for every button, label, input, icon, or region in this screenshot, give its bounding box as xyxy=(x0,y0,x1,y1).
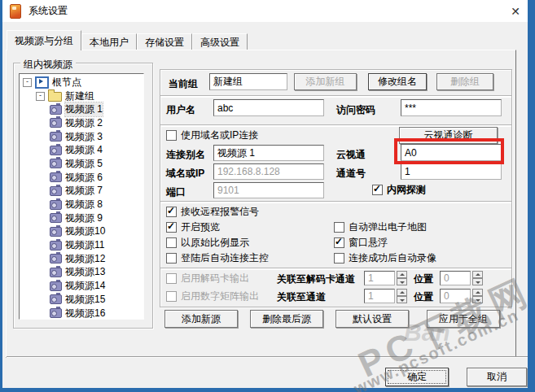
tree-item-label[interactable]: 视频源 7 xyxy=(65,184,103,198)
username-input[interactable]: abc xyxy=(213,99,324,116)
tree-item-label[interactable]: 视频源 8 xyxy=(65,198,103,211)
tree-item-label[interactable]: 视频源10 xyxy=(65,224,105,238)
decoder-position-spinner[interactable]: 0 xyxy=(440,271,483,285)
tree-row-source[interactable]: 视频源12 xyxy=(20,252,143,266)
app-icon xyxy=(10,4,21,19)
port-input[interactable]: 9101 xyxy=(213,182,324,198)
checkbox-label: 启用解码卡输出 xyxy=(181,272,249,285)
tree-row-source[interactable]: 视频源13 xyxy=(20,266,143,280)
camera-icon xyxy=(50,118,62,128)
tab-video-sources[interactable]: 视频源与分组 xyxy=(7,30,81,50)
default-settings-button[interactable]: 默认设置 xyxy=(335,310,409,328)
spinner-down-icon[interactable] xyxy=(397,278,407,285)
spinner-value[interactable]: 0 xyxy=(440,271,471,285)
tree-row-source[interactable]: 视频源10 xyxy=(20,225,143,239)
tree-group-label[interactable]: 新建组 xyxy=(65,89,94,103)
tree-row-source[interactable]: 视频源11 xyxy=(20,238,143,252)
tree-row-source[interactable]: 视频源 8 xyxy=(20,198,143,211)
rename-group-button[interactable]: 修改组名 xyxy=(368,73,427,90)
intranet-detect-checkbox[interactable]: 内网探测 xyxy=(372,183,426,197)
tree-item-label[interactable]: 视频源 5 xyxy=(65,157,103,171)
tree-row-source[interactable]: 视频源 5 xyxy=(20,157,143,171)
spinner-down-icon[interactable] xyxy=(472,296,483,303)
tab-local-users[interactable]: 本地用户 xyxy=(81,33,137,50)
spinner-up-icon[interactable] xyxy=(472,289,483,296)
auto-popup-emap-checkbox[interactable]: 自动弹出电子地图 xyxy=(334,220,427,234)
tree-item-label[interactable]: 视频源14 xyxy=(65,279,105,293)
close-icon[interactable]: ✕ xyxy=(503,0,528,22)
matrix-assoc-label: 关联至通道 xyxy=(277,290,326,304)
original-ratio-checkbox[interactable]: 以原始比例显示 xyxy=(166,236,249,250)
tree-item-label[interactable]: 视频源13 xyxy=(65,265,105,279)
camera-icon xyxy=(50,254,62,264)
tree-item-label[interactable]: 视频源12 xyxy=(65,252,105,266)
tree-item-label[interactable]: 视频源15 xyxy=(65,293,105,307)
tree-row-source[interactable]: 视频源14 xyxy=(20,279,143,293)
spinner-down-icon[interactable] xyxy=(397,296,407,303)
decoder-channel-spinner[interactable]: 1 xyxy=(364,271,407,285)
tree-row-source[interactable]: 视频源15 xyxy=(20,293,143,307)
spinner-value[interactable]: 1 xyxy=(364,271,395,285)
add-group-button[interactable]: 添加新组 xyxy=(294,73,357,90)
delete-group-button[interactable]: 删除组 xyxy=(436,73,493,90)
tree-item-label[interactable]: 视频源 3 xyxy=(65,130,103,144)
apply-to-group-button[interactable]: 应用于全组 xyxy=(427,310,500,328)
spinner-down-icon[interactable] xyxy=(472,278,483,285)
spinner-value[interactable]: 0 xyxy=(440,289,471,303)
tree-item-label[interactable]: 视频源 4 xyxy=(65,143,103,157)
auto-connect-master-checkbox[interactable]: 登陆后自动连接主控 xyxy=(166,251,269,265)
current-group-input[interactable]: 新建组 xyxy=(209,73,287,90)
spinner-up-icon[interactable] xyxy=(397,289,407,296)
window-float-checkbox[interactable]: 窗口悬浮 xyxy=(334,236,388,250)
tree-item-label[interactable]: 视频源 9 xyxy=(65,211,103,225)
tree-row-source[interactable]: 视频源 3 xyxy=(20,130,143,144)
tree-row-source[interactable]: 视频源 7 xyxy=(20,185,143,198)
decoder-card-output-checkbox[interactable]: 启用解码卡输出 xyxy=(166,272,249,285)
cancel-button[interactable]: 取消 xyxy=(467,368,527,386)
tree-item-label[interactable]: 视频源 6 xyxy=(65,171,103,185)
tree-item-label[interactable]: 视频源11 xyxy=(65,238,104,252)
ok-button[interactable]: 确定 xyxy=(385,368,449,386)
tree-root-label[interactable]: 根节点 xyxy=(52,76,81,89)
tree-item-label[interactable]: 视频源 2 xyxy=(65,116,103,130)
alias-label: 连接别名 xyxy=(166,148,205,162)
collapse-icon[interactable]: - xyxy=(36,92,45,101)
title-bar[interactable]: 系统设置 ✕ xyxy=(2,0,528,22)
tab-storage-settings[interactable]: 存储设置 xyxy=(137,33,192,50)
matrix-position-spinner[interactable]: 0 xyxy=(440,289,483,303)
use-domain-ip-checkbox[interactable]: 使用域名或IP连接 xyxy=(166,128,258,142)
channel-input[interactable]: 1 xyxy=(401,163,502,180)
alias-input[interactable]: 视频源 1 xyxy=(213,145,324,161)
tree-row-source[interactable]: 视频源 1 xyxy=(20,102,143,116)
tree-item-label[interactable]: 视频源 1 xyxy=(65,102,103,116)
tree-item-label[interactable]: 视频源16 xyxy=(65,307,105,320)
tree-row-root[interactable]: - 根节点 xyxy=(20,76,143,89)
tab-advanced-settings[interactable]: 高级设置 xyxy=(192,33,248,50)
checkbox-box xyxy=(334,253,344,264)
delete-last-source-button[interactable]: 删除最后源 xyxy=(250,310,323,328)
password-input[interactable]: *** xyxy=(401,99,502,116)
domain-ip-input[interactable]: 192.168.8.128 xyxy=(213,163,324,180)
add-source-button[interactable]: 添加新源 xyxy=(164,310,238,328)
video-source-tree[interactable]: - 根节点 - 新建组 视频源 1 视频源 2 视频源 3 视频源 4 视频源 … xyxy=(19,73,144,320)
camera-icon xyxy=(50,281,62,291)
tree-row-source[interactable]: 视频源 6 xyxy=(20,171,143,185)
remote-alarm-checkbox[interactable]: 接收远程报警信号 xyxy=(166,205,259,219)
digital-matrix-output-checkbox[interactable]: 启用数字矩阵输出 xyxy=(166,290,259,303)
tree-row-source[interactable]: 视频源 2 xyxy=(20,116,143,130)
auto-record-checkbox[interactable]: 连接成功后自动录像 xyxy=(334,251,436,265)
camera-icon xyxy=(50,146,62,155)
collapse-icon[interactable]: - xyxy=(23,78,32,87)
matrix-channel-spinner[interactable]: 1 xyxy=(364,289,407,303)
spinner-up-icon[interactable] xyxy=(472,271,483,278)
tree-row-group[interactable]: - 新建组 xyxy=(20,89,143,103)
camera-icon xyxy=(50,200,62,210)
enable-preview-checkbox[interactable]: 开启预览 xyxy=(166,220,220,234)
tree-row-source[interactable]: 视频源 4 xyxy=(20,143,143,157)
checkbox-box xyxy=(166,291,177,302)
tree-row-source[interactable]: 视频源 9 xyxy=(20,211,143,225)
checkbox-box xyxy=(166,222,177,233)
tree-row-source[interactable]: 视频源16 xyxy=(20,307,143,320)
spinner-up-icon[interactable] xyxy=(397,271,407,278)
spinner-value[interactable]: 1 xyxy=(364,289,395,303)
